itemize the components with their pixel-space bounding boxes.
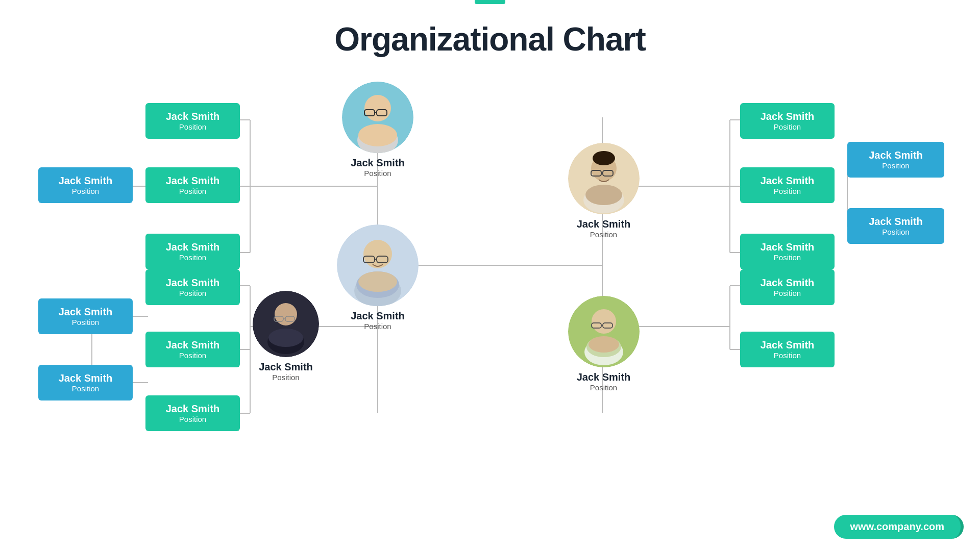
left-top-person: Jack Smith Position xyxy=(248,291,324,382)
org-chart: Jack Smith Position Jack Smith Position xyxy=(0,66,980,541)
green-card-lt1: Jack Smith Position xyxy=(145,103,240,139)
center-mid-person: Jack Smith Position xyxy=(334,224,421,331)
green-card-rt2: Jack Smith Position xyxy=(740,167,835,203)
green-card-lb1: Jack Smith Position xyxy=(145,269,240,305)
green-card-lt3: Jack Smith Position xyxy=(145,234,240,269)
green-card-rt3: Jack Smith Position xyxy=(740,234,835,269)
center-mid-name: Jack Smith xyxy=(351,310,405,322)
right-top-name: Jack Smith xyxy=(577,218,631,230)
green-card-rb2: Jack Smith Position xyxy=(740,332,835,367)
svg-point-32 xyxy=(358,124,397,146)
green-card-lt2: Jack Smith Position xyxy=(145,167,240,203)
center-top-name: Jack Smith xyxy=(351,157,405,169)
right-mid-person: Jack Smith Position xyxy=(564,296,643,392)
svg-point-30 xyxy=(364,95,391,121)
svg-point-47 xyxy=(268,329,303,347)
right-mid-name: Jack Smith xyxy=(577,371,631,383)
svg-point-63 xyxy=(589,336,619,353)
svg-point-60 xyxy=(592,309,616,334)
left-top-name: Jack Smith xyxy=(259,361,313,373)
center-top-position: Position xyxy=(364,169,391,178)
green-card-lb3: Jack Smith Position xyxy=(145,395,240,431)
blue-card-l1: Jack Smith Position xyxy=(38,167,133,203)
green-card-rt1: Jack Smith Position xyxy=(740,103,835,139)
svg-point-54 xyxy=(585,185,622,205)
right-top-person: Jack Smith Position xyxy=(564,143,643,239)
svg-point-45 xyxy=(275,303,297,325)
svg-point-40 xyxy=(358,271,397,292)
center-mid-position: Position xyxy=(364,322,391,331)
blue-card-l2: Jack Smith Position xyxy=(38,298,133,334)
blue-card-r1: Jack Smith Position xyxy=(847,142,944,178)
svg-point-37 xyxy=(363,240,392,268)
center-top-person: Jack Smith Position xyxy=(337,82,419,178)
green-card-lb2: Jack Smith Position xyxy=(145,332,240,367)
left-top-position: Position xyxy=(272,373,299,382)
right-top-position: Position xyxy=(590,230,617,239)
blue-card-r2: Jack Smith Position xyxy=(847,208,944,244)
right-mid-position: Position xyxy=(590,383,617,392)
website-badge: www.company.com xyxy=(834,515,964,539)
svg-point-55 xyxy=(593,151,615,165)
page-title: Organizational Chart xyxy=(0,0,980,58)
green-card-rb1: Jack Smith Position xyxy=(740,269,835,305)
blue-card-l3: Jack Smith Position xyxy=(38,365,133,400)
